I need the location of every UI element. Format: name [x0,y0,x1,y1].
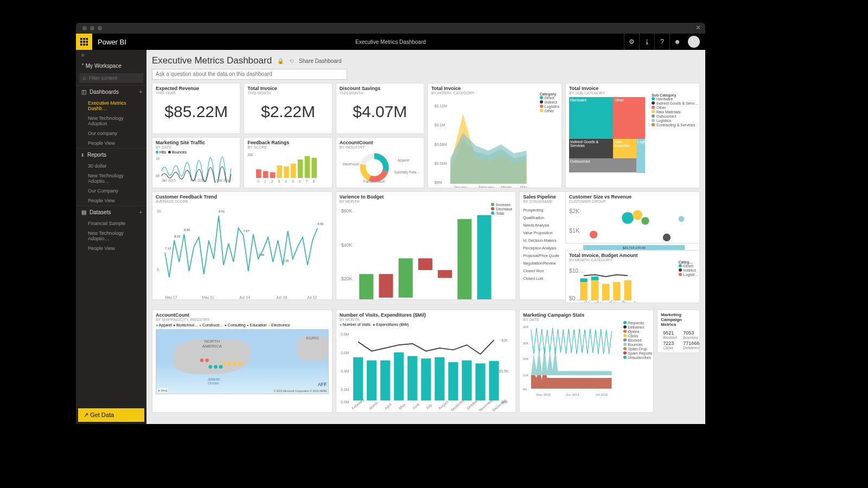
svg-text:200: 200 [247,152,253,156]
svg-text:20K: 20K [523,357,529,361]
tile-total-invoice-month[interactable]: Total Invoice THIS MONTH $2.22M [244,83,332,134]
funnel-stage-label: Qualification [523,216,572,220]
legend-item: Logistics [545,105,559,108]
tile-feedback-trend[interactable]: Customer Feedback Trend AVERAGE SCORE 10… [152,191,333,300]
workspace-selector[interactable]: ˅ My Workspace [76,61,146,71]
help-icon[interactable]: ? [654,34,669,50]
svg-rect-0 [80,38,82,40]
legend-item: Indirect Goods & Servi… [656,101,698,105]
tile-title: AccountCount [340,140,420,145]
funnel-stage-label: Value Proposition [523,231,572,235]
svg-text:$20K: $20K [341,275,352,281]
share-button[interactable]: Share Dashboard [299,58,341,64]
nav-item-dashboard[interactable]: Executive Metrics Dashb… [76,98,146,113]
tile-subtitle: THIS MONTH [340,91,420,95]
legend-item: Contracting & Services [656,123,695,127]
close-icon[interactable]: ✕ [695,24,701,31]
svg-text:January: January [454,185,467,188]
nav-item-report[interactable]: New Technology Adoptio… [76,171,146,186]
svg-rect-4 [83,41,85,43]
legend-item: Bounces [172,150,187,154]
legend-item: Biotechnol… [176,323,198,327]
svg-text:0.0M: 0.0M [341,400,349,404]
nav-collapse-icon[interactable]: ≡ [76,50,146,61]
add-icon[interactable]: + [139,209,142,215]
add-icon[interactable]: + [139,89,142,95]
legend-item: Opens [628,330,640,333]
svg-text:$1K: $1K [501,338,508,342]
legend-item: Hits [159,150,166,154]
treemap-cell: Indirect Goods & Services [569,139,613,158]
tile-account-map[interactable]: AccountCount BY SHIPPINGCITY, INDUSTRY ●… [152,310,333,413]
svg-rect-97 [591,277,599,280]
svg-text:$0.06M: $0.06M [435,161,448,165]
waffle-icon[interactable] [76,34,92,50]
nav-item-dashboard[interactable]: People View [76,138,146,148]
nav-item-dashboard[interactable]: Our company [76,129,146,138]
svg-rect-124 [489,361,499,400]
tile-variance-budget[interactable]: Varience to Budget BY MONTH Increase Dec… [336,191,516,300]
window-dot[interactable] [90,26,94,30]
tile-title: Expected Revenue [156,86,237,91]
nav-section-datasets[interactable]: ▤ Datasets+ [76,206,146,219]
tile-account-donut[interactable]: AccountCount BY INDUSTRY Warehousi… Appa… [336,137,424,188]
nav-item-report[interactable]: Our Company [76,186,146,196]
nav-item-dashboard[interactable]: New Technology Adoption [76,113,146,129]
svg-rect-26 [270,172,276,178]
tile-expected-revenue[interactable]: Expected Revenue THIS YEAR $85.22M [152,83,240,134]
tile-subtitle: AVERAGE SCORE [156,200,329,203]
tile-customer-size-revenue[interactable]: Customer Size vs Revenue CUSTOMER GROUP … [565,191,700,243]
tile-campaign-metrics[interactable]: Marketing Campaign Metrics 9521Blocked70… [657,310,700,353]
svg-rect-5 [86,41,88,43]
tile-discount-savings[interactable]: Discount Savings THIS MONTH $4.07M [336,83,424,134]
filter-input[interactable] [79,73,143,83]
tile-invoice-treemap[interactable]: Total Invoice BY SUB CATEGORY Sub Catego… [565,83,700,188]
tile-campaign-stats[interactable]: Marketing Campaign Stats BY DATE Request… [519,310,654,413]
legend-item: Apparel [159,323,172,327]
svg-rect-100 [624,280,631,300]
svg-text:May 31: May 31 [202,296,214,300]
window-dot[interactable] [82,26,87,30]
tile-visits-expenditures[interactable]: Number of Visits, Expenditures ($Mil) BY… [336,310,516,413]
qna-input[interactable] [152,69,347,80]
nav-section-dashboards[interactable]: ◫ Dashboards+ [76,85,146,98]
svg-rect-3 [80,41,82,43]
metric-cell: 771666Delivered [683,341,699,350]
download-icon[interactable]: ⭳ [639,34,654,50]
funnel-stage-label: Id. Decision Makers [523,239,572,242]
tile-feedback-ratings[interactable]: Feedback Ratings BY SCORE 200 012345678 [244,137,332,188]
nav-item-report[interactable]: 30 dollar [76,161,146,171]
svg-text:March: March [368,400,379,410]
tile-title: Total Invoice, Budget Amount [569,253,696,258]
svg-rect-66 [359,274,373,300]
share-icon[interactable]: ⟲ [289,58,293,64]
feedback-icon[interactable]: ☻ [669,34,685,50]
nav-item-dataset[interactable]: People View [76,243,146,253]
section-label: Reports [87,152,106,158]
tile-invoice-budget[interactable]: Total Invoice, Budget Amount BY MONTH, C… [565,250,700,303]
nav-section-reports[interactable]: ⫾ Reports [76,148,146,161]
window-dot[interactable] [98,26,102,30]
svg-point-87 [679,216,685,222]
svg-text:0.8M: 0.8M [341,332,349,336]
nav-item-report[interactable]: People View [76,196,146,206]
svg-text:7: 7 [306,179,308,183]
nav-item-dataset[interactable]: New Technology Adoptio… [76,228,146,243]
tile-site-traffic[interactable]: Marketing Site Traffic BY DATE Hits Boun… [152,137,240,188]
legend-item: Spam Drop [628,347,647,351]
legend-item: Total [496,211,504,215]
settings-icon[interactable]: ⚙ [624,34,639,50]
tile-subtitle: BY SHIPPINGCITY, INDUSTRY [156,318,329,322]
svg-point-85 [641,217,649,224]
nav-item-dataset[interactable]: Financial Sample [76,219,146,228]
svg-point-83 [622,212,634,224]
svg-text:8.50: 8.50 [317,222,323,225]
svg-rect-30 [298,159,303,178]
tile-invoice-area[interactable]: Total Invoice BY MONTH, CATEGORY Categor… [427,83,562,188]
get-data-button[interactable]: ↗ Get Data [78,408,144,422]
svg-text:Transportation: Transportation [362,179,385,183]
svg-rect-31 [305,156,310,178]
funnel-stage-label: Prospecting [523,208,572,212]
tile-title: Marketing Campaign Metrics [661,312,696,327]
avatar[interactable] [688,36,700,48]
